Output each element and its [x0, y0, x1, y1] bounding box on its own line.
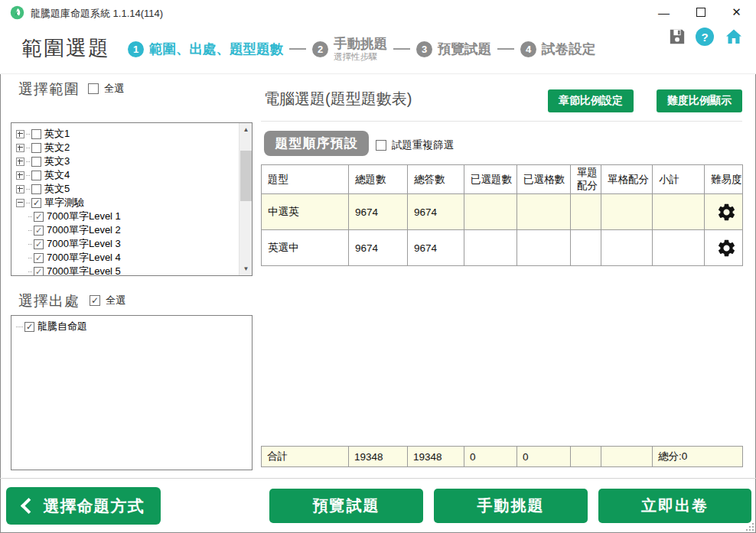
col-header: 單題配分	[571, 165, 601, 194]
step-indicator: 1 範圍、出處、題型題數 2 手動挑題 選擇性步驟 3 預覽試題 4 試卷設定	[128, 24, 595, 73]
col-header: 小計	[653, 165, 705, 194]
manual-pick-button[interactable]: 手動挑題	[434, 489, 588, 523]
cell-per-cell-score[interactable]	[601, 194, 653, 230]
tree-item-checkbox[interactable]	[31, 184, 41, 194]
tree-item[interactable]: 龍騰自命題	[16, 320, 252, 333]
difficulty-settings-cell[interactable]	[705, 230, 743, 266]
tree-item-checkbox[interactable]	[34, 226, 44, 236]
repeat-filter-checkbox[interactable]	[376, 140, 386, 151]
cell-subtotal	[653, 194, 705, 230]
tree-item-checkbox[interactable]	[34, 267, 44, 276]
source-tree-box: 龍騰自命題	[11, 315, 253, 470]
col-header: 已選題數	[464, 165, 517, 194]
page-title: 範圍選題	[21, 34, 110, 62]
step-2[interactable]: 2 手動挑題 選擇性步驟	[312, 36, 387, 62]
cell-per-question-score[interactable]	[571, 230, 601, 266]
cell-selected-questions[interactable]	[464, 230, 517, 266]
cell-type: 英選中	[262, 230, 349, 266]
step-1-circle: 1	[128, 41, 144, 57]
cell-per-cell-score[interactable]	[601, 230, 653, 266]
cell-type: 中選英	[262, 194, 349, 230]
tree-item[interactable]: 英文4	[16, 168, 239, 182]
generate-exam-button[interactable]: 立即出卷	[598, 489, 751, 523]
gear-icon[interactable]	[716, 202, 737, 223]
expand-plus-icon[interactable]	[16, 185, 24, 193]
tree-item-checkbox[interactable]	[34, 212, 44, 222]
totals-selected-questions: 0	[464, 447, 517, 467]
tree-item-checkbox[interactable]	[31, 198, 41, 208]
tree-item[interactable]: 英文1	[16, 127, 239, 141]
tree-item-checkbox[interactable]	[31, 129, 41, 139]
tree-item[interactable]: 7000單字Level 1	[16, 210, 239, 223]
titlebar: 龍騰題庫命題系統 1.1.14(114) — ✕	[0, 0, 756, 24]
collapse-minus-icon[interactable]	[16, 199, 24, 207]
tree-item-checkbox[interactable]	[31, 171, 41, 180]
cell-selected-cells[interactable]	[517, 194, 571, 230]
step-4[interactable]: 4 試卷設定	[520, 40, 595, 58]
app-logo-icon	[10, 5, 24, 20]
save-icon[interactable]	[669, 28, 686, 45]
cell-selected-questions[interactable]	[464, 194, 517, 230]
scroll-down-icon[interactable]: ▼	[240, 262, 253, 275]
totals-total-questions: 19348	[349, 447, 408, 467]
scope-select-all[interactable]: 全選	[88, 82, 124, 96]
chapter-ratio-button[interactable]: 章節比例設定	[548, 89, 634, 112]
scroll-thumb[interactable]	[240, 151, 252, 201]
maximize-icon	[696, 8, 705, 17]
tree-item[interactable]: 英文5	[16, 182, 239, 196]
tree-item-checkbox[interactable]	[34, 239, 44, 249]
window-title: 龍騰題庫命題系統 1.1.14(114)	[31, 7, 163, 21]
step-connector	[497, 48, 514, 50]
cell-total-answers: 9674	[408, 194, 464, 230]
app-window: 龍騰題庫命題系統 1.1.14(114) — ✕ 範圍選題 1 範圍、出處、題型…	[0, 0, 756, 533]
scope-select-all-checkbox[interactable]	[88, 83, 99, 94]
expand-plus-icon[interactable]	[16, 171, 24, 180]
step-1[interactable]: 1 範圍、出處、題型題數	[128, 40, 283, 58]
tree-item[interactable]: 英文3	[16, 154, 239, 168]
tree-item[interactable]: 7000單字Level 2	[16, 223, 239, 237]
tree-item[interactable]: 英文2	[16, 141, 239, 154]
table-header-row: 題型 總題數 總答數 已選題數 已選格數 單題配分 單格配分 小計 難易度	[262, 165, 743, 194]
col-header: 已選格數	[517, 165, 571, 194]
type-order-button[interactable]: 題型順序預設	[264, 131, 369, 156]
totals-label: 合計	[262, 447, 349, 467]
tree-item[interactable]: 7000單字Level 5	[16, 265, 239, 275]
maximize-button[interactable]	[683, 0, 718, 24]
tree-item-checkbox[interactable]	[31, 143, 41, 153]
scroll-up-icon[interactable]: ▲	[240, 123, 253, 136]
table-row: 中選英 9674 9674	[262, 194, 743, 230]
scope-scrollbar[interactable]: ▲ ▼	[239, 123, 252, 275]
close-button[interactable]: ✕	[719, 0, 754, 24]
step-1-label: 範圍、出處、題型題數	[149, 40, 283, 58]
resize-grip[interactable]	[745, 522, 754, 531]
preview-questions-button[interactable]: 預覽試題	[269, 489, 423, 523]
source-select-all-checkbox[interactable]	[90, 295, 100, 306]
home-icon[interactable]	[724, 28, 744, 46]
tree-item-checkbox[interactable]	[34, 253, 44, 263]
help-icon[interactable]	[696, 28, 714, 46]
step-2-subtitle: 選擇性步驟	[334, 52, 387, 62]
source-select-all[interactable]: 全選	[90, 294, 125, 307]
difficulty-settings-cell[interactable]	[705, 194, 743, 230]
totals-per-cell	[601, 447, 653, 467]
cell-per-question-score[interactable]	[571, 194, 601, 230]
table-row: 英選中 9674 9674	[262, 230, 743, 266]
step-3-circle: 3	[416, 41, 432, 57]
tree-item[interactable]: 單字測驗	[16, 196, 239, 210]
tree-item-checkbox[interactable]	[31, 157, 41, 167]
tree-item[interactable]: 7000單字Level 3	[16, 237, 239, 251]
expand-plus-icon[interactable]	[16, 144, 24, 152]
divider	[0, 478, 756, 479]
minimize-button[interactable]: —	[647, 0, 681, 24]
totals-selected-cells: 0	[517, 447, 571, 467]
repeat-filter[interactable]: 試題重複篩選	[376, 138, 454, 152]
expand-plus-icon[interactable]	[16, 158, 24, 166]
gear-icon[interactable]	[716, 238, 737, 258]
back-button[interactable]: 選擇命題方式	[6, 487, 161, 525]
cell-selected-cells[interactable]	[517, 230, 571, 266]
tree-item-checkbox[interactable]	[24, 322, 34, 332]
tree-item[interactable]: 7000單字Level 4	[16, 251, 239, 265]
expand-plus-icon[interactable]	[16, 130, 24, 138]
difficulty-ratio-button[interactable]: 難度比例顯示	[657, 89, 742, 112]
step-3[interactable]: 3 預覽試題	[416, 40, 491, 58]
